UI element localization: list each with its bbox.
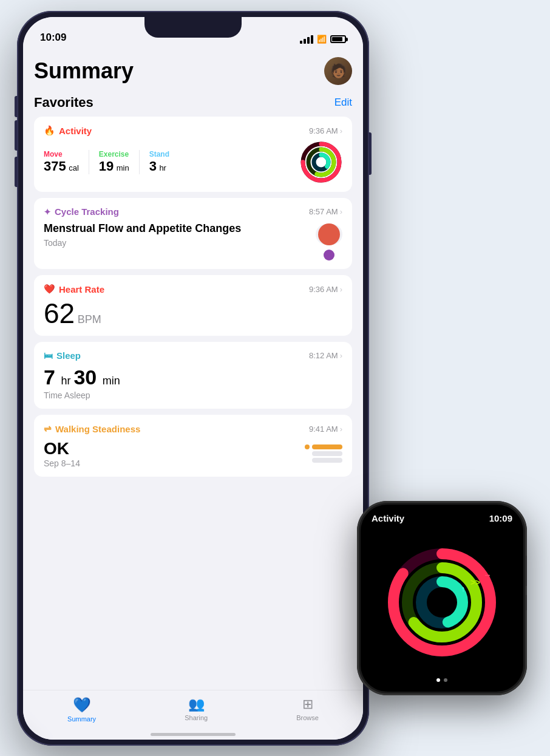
- cycle-dot-purple: [324, 250, 334, 261]
- walking-dot: [305, 444, 310, 449]
- walking-steadiness-card[interactable]: ⇌ Walking Steadiness 9:41 AM › OK Sep 8–…: [34, 415, 352, 477]
- cycle-title: ✦ Cycle Tracking: [44, 206, 119, 217]
- cycle-container: [316, 224, 342, 245]
- iphone-screen: 10:09 📶 Summary 🧑🏾: [23, 17, 363, 740]
- walking-body: OK Sep 8–14: [44, 439, 342, 468]
- sleep-title: 🛏 Sleep: [44, 350, 81, 361]
- scroll-content[interactable]: Summary 🧑🏾 Favorites Edit 🔥 Activity: [23, 47, 363, 690]
- exercise-label: Exercise: [99, 150, 129, 158]
- summary-tab-icon: 💙: [73, 696, 91, 713]
- chevron-right-icon: ›: [340, 285, 342, 294]
- avatar[interactable]: 🧑🏾: [324, 57, 352, 85]
- page-header: Summary 🧑🏾: [34, 47, 352, 90]
- volume-down-button: [15, 157, 18, 187]
- sleep-card[interactable]: 🛏 Sleep 8:12 AM › 7 hr 30 min: [34, 342, 352, 409]
- edit-button[interactable]: Edit: [334, 97, 352, 109]
- tab-summary[interactable]: 💙 Summary: [67, 696, 96, 723]
- tab-bar: 💙 Summary 👥 Sharing ⊞ Browse: [23, 690, 363, 740]
- cycle-tracking-card[interactable]: ✦ Cycle Tracking 8:57 AM › Menstrual Flo…: [34, 198, 352, 269]
- cycle-indicators: [316, 222, 342, 261]
- chevron-right-icon: ›: [340, 351, 342, 360]
- cycle-body: Menstrual Flow and Appetite Changes Toda…: [44, 222, 342, 261]
- cycle-icon: ✦: [44, 207, 51, 217]
- sleep-time: 8:12 AM ›: [309, 351, 342, 360]
- walking-header: ⇌ Walking Steadiness 9:41 AM ›: [44, 423, 342, 434]
- power-button: [368, 132, 372, 175]
- iphone-frame: 10:09 📶 Summary 🧑🏾: [17, 11, 369, 746]
- avatar-emoji: 🧑🏾: [330, 63, 347, 79]
- sleep-hours: 7 hr 30 min: [44, 366, 120, 389]
- move-value: 375 cal: [44, 158, 79, 174]
- cycle-sub-text: Today: [44, 238, 316, 248]
- battery-fill: [332, 37, 342, 41]
- sharing-tab-label: Sharing: [185, 714, 208, 721]
- heart-icon: ❤️: [44, 284, 55, 295]
- sleep-header: 🛏 Sleep 8:12 AM ›: [44, 350, 342, 361]
- heart-rate-value: 62: [44, 298, 75, 329]
- tab-browse[interactable]: ⊞ Browse: [296, 696, 319, 721]
- summary-tab-label: Summary: [67, 715, 96, 723]
- activity-card[interactable]: 🔥 Activity 9:36 AM › Move 375: [34, 117, 352, 192]
- heart-rate-card[interactable]: ❤️ Heart Rate 9:36 AM › 62 BPM: [34, 275, 352, 336]
- chevron-right-icon: ›: [340, 207, 342, 216]
- browse-tab-icon: ⊞: [302, 696, 313, 712]
- heart-rate-title: ❤️ Heart Rate: [44, 284, 104, 295]
- walking-bars: [305, 444, 342, 463]
- stand-stat: Stand 3 hr: [149, 150, 169, 174]
- status-time: 10:09: [40, 32, 66, 44]
- chevron-right-icon: ›: [340, 424, 342, 434]
- walking-left: OK Sep 8–14: [44, 439, 305, 468]
- sleep-sub: Time Asleep: [44, 390, 342, 400]
- activity-title: 🔥 Activity: [44, 125, 92, 136]
- apple-watch: Activity 10:09 → >>: [345, 501, 539, 726]
- chevron-right-icon: ›: [340, 126, 342, 135]
- flame-icon: 🔥: [44, 125, 55, 136]
- wifi-icon: 📶: [317, 35, 327, 44]
- cycle-dot-red: [318, 223, 340, 245]
- watch-status-bar: Activity 10:09: [361, 505, 523, 526]
- activity-stats: Move 375 cal Exercise 19 min: [44, 150, 169, 174]
- activity-rings: [300, 141, 342, 183]
- move-stat: Move 375 cal: [44, 150, 89, 174]
- activity-time: 9:36 AM ›: [309, 126, 342, 135]
- mute-button: [15, 96, 18, 117]
- watch-time: 10:09: [489, 513, 512, 523]
- walking-icon: ⇌: [44, 423, 52, 434]
- status-icons: 📶: [300, 35, 346, 44]
- favorites-header: Favorites Edit: [34, 95, 352, 111]
- watch-crown: [526, 556, 527, 586]
- heart-rate-time: 9:36 AM ›: [309, 285, 342, 294]
- cycle-text: Menstrual Flow and Appetite Changes Toda…: [44, 222, 316, 248]
- sleep-icon: 🛏: [44, 350, 53, 361]
- heart-rate-header: ❤️ Heart Rate 9:36 AM ›: [44, 284, 342, 295]
- activity-body: Move 375 cal Exercise 19 min: [44, 141, 342, 183]
- svg-text:↑: ↑: [461, 584, 466, 593]
- sleep-body: 7 hr 30 min Time Asleep: [44, 366, 342, 400]
- heart-rate-unit: BPM: [78, 313, 101, 325]
- watch-dot-2: [444, 678, 447, 682]
- activity-card-header: 🔥 Activity 9:36 AM ›: [44, 125, 342, 136]
- walking-bar-filled: [312, 444, 342, 449]
- cycle-main-text: Menstrual Flow and Appetite Changes: [44, 222, 316, 236]
- page-title: Summary: [34, 58, 134, 84]
- stand-label: Stand: [149, 150, 169, 158]
- watch-screen: Activity 10:09 → >>: [361, 505, 523, 692]
- sharing-tab-icon: 👥: [188, 696, 205, 712]
- home-indicator: [151, 733, 236, 736]
- walking-sub: Sep 8–14: [44, 458, 305, 468]
- notch: [144, 17, 242, 38]
- favorites-title: Favorites: [34, 95, 93, 111]
- watch-frame: Activity 10:09 → >>: [357, 501, 527, 695]
- move-label: Move: [44, 150, 79, 158]
- cycle-time: 8:57 AM ›: [309, 207, 342, 216]
- exercise-stat: Exercise 19 min: [99, 150, 140, 174]
- walking-time: 9:41 AM ›: [309, 424, 342, 434]
- watch-dot-1: [436, 678, 440, 682]
- svg-text:>>: >>: [470, 577, 480, 587]
- stand-value: 3 hr: [149, 158, 169, 174]
- walking-title: ⇌ Walking Steadiness: [44, 423, 140, 434]
- watch-activity-label: Activity: [372, 513, 404, 523]
- volume-up-button: [15, 120, 18, 151]
- tab-sharing[interactable]: 👥 Sharing: [185, 696, 208, 721]
- walking-bar-empty-2: [312, 458, 342, 463]
